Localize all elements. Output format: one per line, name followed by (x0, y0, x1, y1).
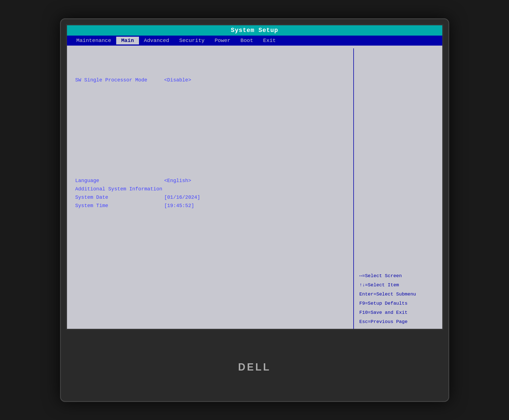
mem-a-slot1-label: Memory Channel A Slot 1 (75, 148, 164, 154)
title-bar: System Setup (67, 25, 442, 36)
mem-b-slot1-row: Memory Channel B Slot 1 Not Installed (75, 165, 348, 172)
monitor: System Setup Maintenance Main Advanced S… (60, 18, 449, 402)
nav-boot[interactable]: Boot (235, 37, 258, 44)
spacer-2 (75, 110, 348, 115)
hint-f10: F10=Save and Exit (359, 309, 437, 317)
language-label: Language (75, 177, 164, 183)
system-date-row[interactable]: System Date [01/16/2024] (75, 194, 348, 202)
system-memory-speed-label: System Memory Speed (75, 102, 164, 108)
content-area: BIOS Version SN94510J.86A.0044.2005.0711… (67, 46, 442, 329)
bios-version-value: SN94510J.86A.0044.2005.0711.1450 (164, 51, 260, 57)
bios-version-row: BIOS Version SN94510J.86A.0044.2005.0711… (75, 51, 348, 59)
monitor-brand: DELL (238, 361, 271, 373)
memory-mode-row: Memory Mode Single Channel (75, 131, 348, 139)
language-row[interactable]: Language <English> (75, 177, 348, 185)
processor-speed-row: Processor Speed 2.80 GHz (75, 85, 348, 93)
processor-type-row: Processor Type Intel(R) Pentium(R) D CPU… (75, 64, 348, 76)
memory-mode-value: Single Channel (164, 131, 206, 137)
bios-title: System Setup (231, 27, 278, 34)
spacer-3 (75, 173, 348, 177)
system-bus-speed-row: System Bus Speed 800 MHz (75, 93, 348, 101)
nav-security[interactable]: Security (174, 37, 210, 44)
l2-cache-value: 2048 KB (164, 115, 185, 121)
language-value[interactable]: <English> (164, 177, 191, 183)
processor-speed-label: Processor Speed (75, 85, 164, 91)
total-memory-row: Total Memory 1024 MB (75, 123, 348, 131)
mem-b-slot0-value: Not Installed (164, 156, 203, 162)
mem-a-slot0-row: Memory Channel A Slot 0 1024 MB (75, 140, 348, 147)
system-time-label: System Time (75, 202, 164, 208)
left-panel: BIOS Version SN94510J.86A.0044.2005.0711… (67, 48, 353, 329)
mem-a-slot0-label: Memory Channel A Slot 0 (75, 140, 164, 146)
system-memory-speed-value: 667 MHz (164, 102, 185, 108)
nav-maintenance[interactable]: Maintenance (71, 37, 116, 44)
additional-info-row[interactable]: Additional System Information (75, 186, 348, 193)
mem-a-slot0-value: 1024 MB (164, 140, 185, 146)
nav-advanced[interactable]: Advanced (139, 37, 174, 44)
nav-main[interactable]: Main (116, 37, 139, 44)
sw-single-processor-value[interactable]: <Disable> (164, 77, 191, 83)
sw-single-processor-label: SW Single Processor Mode (75, 77, 164, 83)
system-date-value[interactable]: [01/16/2024] (164, 194, 200, 200)
hint-enter: Enter=Select Submenu (359, 290, 437, 299)
mem-b-slot1-value: Not Installed (164, 165, 203, 171)
mem-b-slot1-label: Memory Channel B Slot 1 (75, 165, 164, 171)
l2-cache-row: L2 Cache RAM 2048 KB (75, 115, 348, 122)
monitor-bezel-bottom: DELL (66, 330, 443, 401)
processor-type-value1: Intel(R) Pentium(R) D CPU 2.80GHz (164, 64, 263, 70)
processor-type-value2: Intel(R) EM64T Capable (164, 70, 263, 76)
hint-esc: Esc=Previous Page (359, 318, 437, 326)
bios-screen: System Setup Maintenance Main Advanced S… (66, 24, 443, 330)
system-bus-speed-value: 800 MHz (164, 93, 185, 100)
hint-select-screen: ↔=Select Screen (359, 272, 437, 280)
system-time-value[interactable]: [19:45:52] (164, 202, 194, 208)
system-bus-speed-label: System Bus Speed (75, 93, 164, 100)
system-time-row[interactable]: System Time [19:45:52] (75, 202, 348, 210)
memory-mode-label: Memory Mode (75, 131, 164, 137)
bios-container: System Setup Maintenance Main Advanced S… (67, 25, 442, 329)
total-memory-value: 1024 MB (164, 123, 185, 129)
total-memory-label: Total Memory (75, 123, 164, 129)
right-sidebar: ↔=Select Screen ↑↓=Select Item Enter=Sel… (353, 48, 442, 329)
hint-select-item: ↑↓=Select Item (359, 281, 437, 289)
nav-power[interactable]: Power (210, 37, 235, 44)
additional-info-label[interactable]: Additional System Information (75, 186, 164, 192)
mem-a-slot1-row: Memory Channel A Slot 1 Not Installed (75, 148, 348, 156)
nav-bar: Maintenance Main Advanced Security Power… (67, 36, 442, 46)
nav-exit[interactable]: Exit (258, 37, 281, 44)
processor-speed-value: 2.80 GHz (164, 85, 188, 91)
system-memory-speed-row: System Memory Speed 667 MHz (75, 102, 348, 110)
sw-single-processor-row[interactable]: SW Single Processor Mode <Disable> (75, 77, 348, 85)
system-date-label: System Date (75, 194, 164, 200)
hint-f9: F9=Setup Defaults (359, 300, 437, 308)
mem-a-slot1-value: Not Installed (164, 148, 203, 154)
mem-b-slot0-label: Memory Channel B Slot 0 (75, 156, 164, 162)
bios-version-label: BIOS Version (75, 51, 164, 57)
spacer-1 (75, 59, 348, 64)
processor-type-values: Intel(R) Pentium(R) D CPU 2.80GHz Intel(… (164, 64, 263, 76)
l2-cache-label: L2 Cache RAM (75, 115, 164, 121)
processor-type-label: Processor Type (75, 64, 164, 70)
mem-b-slot0-row: Memory Channel B Slot 0 Not Installed (75, 156, 348, 164)
